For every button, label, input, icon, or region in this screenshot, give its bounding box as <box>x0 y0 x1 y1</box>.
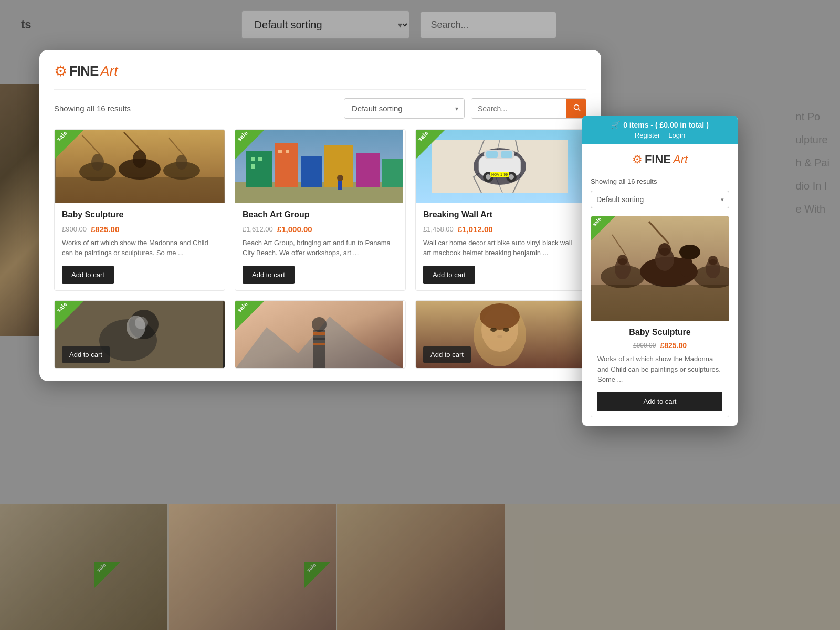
card-2-title: Beach Art Group <box>243 209 398 220</box>
cart-count-text: 0 items - ( £0.00 in total ) <box>623 121 709 129</box>
svg-rect-25 <box>286 150 289 153</box>
sale-text-3: sale <box>416 130 429 143</box>
svg-rect-27 <box>338 181 342 190</box>
svg-line-1 <box>579 109 581 111</box>
add-to-cart-button-2[interactable]: Add to cart <box>243 266 295 284</box>
svg-point-75 <box>708 256 718 265</box>
search-button[interactable] <box>566 99 586 118</box>
mobile-sale-text: sale <box>591 216 603 228</box>
sort-dropdown-wrapper: Default sorting Sort by price: low to hi… <box>344 98 465 119</box>
svg-rect-61 <box>591 285 729 321</box>
svg-point-26 <box>337 175 343 181</box>
cart-links: Register Login <box>590 131 730 139</box>
mobile-logo-gear-icon: ⚙ <box>632 153 643 166</box>
main-modal: ⚙ FINE Art Showing all 16 results Defaul… <box>39 50 601 381</box>
card-2-price-new: £1,000.00 <box>277 225 312 234</box>
svg-rect-52 <box>313 343 326 345</box>
mobile-card-image: sale <box>591 216 729 321</box>
mobile-modal: 🛒 0 items - ( £0.00 in total ) Register … <box>582 116 738 426</box>
search-icon <box>573 104 581 111</box>
card-1-title: Baby Sculpture <box>62 209 217 220</box>
svg-point-7 <box>91 154 104 171</box>
register-link[interactable]: Register <box>635 131 660 139</box>
mobile-logo-art: Art <box>673 153 688 166</box>
mobile-sort-wrapper: Default sorting Sort by price: low to hi… <box>591 191 729 208</box>
mobile-add-to-cart-button[interactable]: Add to cart <box>597 392 722 411</box>
sale-text-5: sale <box>236 300 249 313</box>
sale-badge-1: sale <box>55 130 85 160</box>
sale-badge-4: sale <box>54 300 85 331</box>
card-3-prices: £1,458.00 £1,012.00 <box>423 225 579 234</box>
sale-badge-3: sale <box>416 130 446 160</box>
svg-rect-20 <box>382 159 403 187</box>
mobile-sort-select[interactable]: Default sorting Sort by price: low to hi… <box>591 191 729 208</box>
mobile-modal-body: ⚙ FINE Art Showing all 16 results Defaul… <box>582 144 738 426</box>
cart-bar-title: 🛒 0 items - ( £0.00 in total ) <box>590 121 730 129</box>
mobile-price-old: £900.00 <box>633 342 656 349</box>
svg-rect-3 <box>56 177 224 203</box>
sale-badge-5: sale <box>235 300 266 331</box>
mobile-card-desc: Works of art which show the Madonna and … <box>597 354 722 385</box>
svg-point-36 <box>486 174 491 180</box>
card-3-desc: Wall car home decor art bike auto vinyl … <box>423 238 579 258</box>
svg-point-58 <box>503 328 509 332</box>
card-1-image: sale <box>55 130 225 203</box>
card-2-image: sale <box>235 130 405 203</box>
sale-text-2: sale <box>236 130 249 143</box>
modal-logo: ⚙ FINE Art <box>54 62 586 80</box>
search-bar <box>471 98 586 119</box>
modal-toolbar: Showing all 16 results Default sorting S… <box>54 98 586 119</box>
svg-rect-34 <box>501 151 512 158</box>
card-1-desc: Works of art which show the Madonna and … <box>62 238 217 258</box>
svg-point-0 <box>574 105 579 110</box>
search-input[interactable] <box>471 99 566 118</box>
product-card-4: sale Add to cart <box>54 300 225 369</box>
mobile-card-title: Baby Sculpture <box>597 328 722 337</box>
add-to-cart-button-6[interactable]: Add to cart <box>423 346 471 363</box>
svg-rect-23 <box>251 164 255 169</box>
svg-rect-50 <box>313 332 326 335</box>
add-to-cart-button-4[interactable]: Add to cart <box>62 346 110 363</box>
svg-rect-16 <box>275 143 298 187</box>
card-1-prices: £900.00 £825.00 <box>62 225 217 234</box>
mobile-product-card: sale <box>591 216 729 417</box>
svg-point-45 <box>135 317 148 329</box>
svg-rect-48 <box>313 330 326 369</box>
mobile-sale-badge: sale <box>591 216 616 242</box>
sort-select[interactable]: Default sorting Sort by price: low to hi… <box>344 98 465 119</box>
svg-point-49 <box>312 317 327 332</box>
product-card-3: sale <box>415 129 586 291</box>
svg-point-72 <box>617 255 628 265</box>
mobile-card-body: Baby Sculpture £900.00 £825.00 Works of … <box>591 321 729 417</box>
logo-fine-text: FINE <box>69 63 98 79</box>
mobile-price-wrapper: £900.00 £825.00 <box>597 341 722 350</box>
product-card-2: sale <box>235 129 406 291</box>
svg-point-67 <box>679 245 700 259</box>
svg-rect-33 <box>486 151 498 158</box>
card-3-title: Breaking Wall Art <box>423 209 579 220</box>
svg-point-9 <box>176 155 187 170</box>
product-grid: sale <box>54 129 586 369</box>
card-3-price-new: £1,012.00 <box>458 225 493 234</box>
product-card-6: Add to cart <box>415 300 586 369</box>
logo-gear-icon: ⚙ <box>54 62 67 80</box>
svg-rect-51 <box>313 338 326 340</box>
svg-point-38 <box>509 174 514 180</box>
card-6-overlay: Add to cart <box>416 341 586 368</box>
add-to-cart-button-3[interactable]: Add to cart <box>423 266 475 284</box>
modal-divider <box>54 89 586 90</box>
cart-icon: 🛒 <box>611 121 620 129</box>
login-link[interactable]: Login <box>668 131 685 139</box>
svg-point-69 <box>658 243 671 256</box>
svg-rect-24 <box>278 150 282 153</box>
add-to-cart-button-1[interactable]: Add to cart <box>62 266 114 284</box>
svg-point-8 <box>133 150 146 168</box>
svg-rect-17 <box>301 156 322 187</box>
mobile-showing: Showing all 16 results <box>591 177 729 185</box>
mobile-logo-fine: FINE <box>645 153 671 166</box>
card-1-price-new: £825.00 <box>91 225 119 234</box>
mobile-cart-bar: 🛒 0 items - ( £0.00 in total ) Register … <box>582 116 738 144</box>
sale-text-1: sale <box>55 130 68 143</box>
card-4-overlay: Add to cart <box>55 341 225 368</box>
card-2-body: Beach Art Group £1,612.00 £1,000.00 Beac… <box>235 203 405 290</box>
